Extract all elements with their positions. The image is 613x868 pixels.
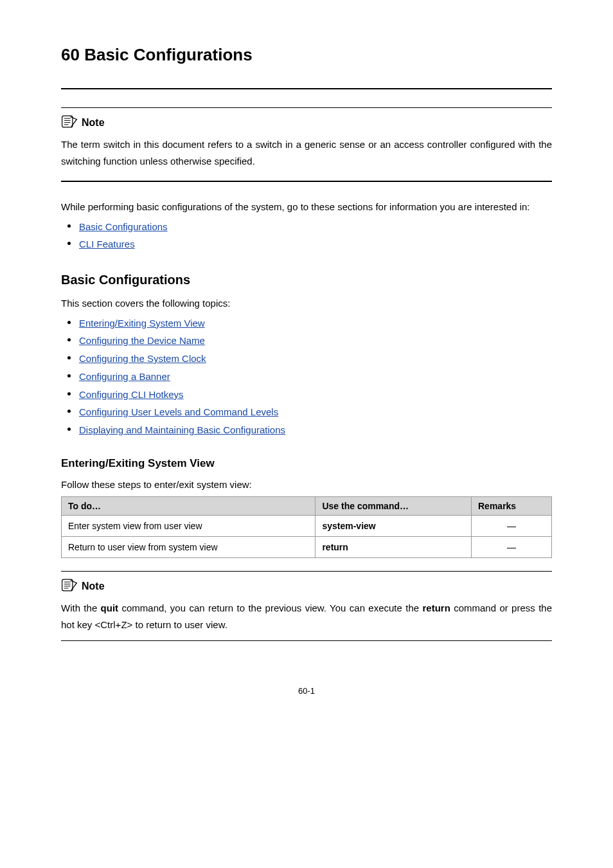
- intro-lead: While performing basic configurations of…: [61, 199, 552, 215]
- table-header-row: To do… Use the command… Remarks: [62, 497, 552, 516]
- divider: [61, 107, 552, 108]
- link-system-clock[interactable]: Configuring the System Clock: [79, 353, 206, 364]
- list-item: Configuring CLI Hotkeys: [61, 386, 552, 404]
- chapter-title: Basic Configurations: [84, 45, 252, 64]
- note2-mid: command, you can return to the previous …: [118, 602, 422, 613]
- cell-command: system-view: [315, 516, 472, 537]
- link-user-levels[interactable]: Configuring User Levels and Command Leve…: [79, 406, 278, 417]
- cell-command: return: [315, 537, 472, 558]
- chapter-number: 60: [61, 45, 80, 64]
- note-callout-header: Note: [61, 114, 552, 131]
- note-icon: [61, 114, 78, 131]
- section-lead: This section covers the following topics…: [61, 295, 552, 312]
- cell-remarks: —: [472, 516, 552, 537]
- note2-prefix: With the: [61, 602, 101, 613]
- section-heading: Basic Configurations: [61, 273, 552, 287]
- note-label: Note: [82, 117, 105, 129]
- list-item: Basic Configurations: [61, 218, 552, 236]
- list-item: Configuring a Banner: [61, 368, 552, 386]
- list-item: Configuring the Device Name: [61, 332, 552, 350]
- link-enter-exit[interactable]: Entering/Exiting System View: [79, 318, 205, 329]
- table-row: Return to user view from system view ret…: [62, 537, 552, 558]
- link-device-name[interactable]: Configuring the Device Name: [79, 335, 205, 346]
- link-basic-config[interactable]: Basic Configurations: [79, 221, 168, 232]
- subsection-heading: Entering/Exiting System View: [61, 457, 552, 470]
- cell-todo: Enter system view from user view: [62, 516, 315, 537]
- link-cli-features[interactable]: CLI Features: [79, 239, 135, 249]
- list-item: Configuring User Levels and Command Leve…: [61, 403, 552, 421]
- note-callout-header: Note: [61, 578, 552, 595]
- link-banner[interactable]: Configuring a Banner: [79, 371, 170, 382]
- cell-remarks: —: [472, 537, 552, 558]
- col-command: Use the command…: [315, 497, 472, 516]
- intro-link-list: Basic Configurations CLI Features: [61, 218, 552, 254]
- divider: [61, 571, 552, 572]
- link-cli-hotkeys[interactable]: Configuring CLI Hotkeys: [79, 389, 184, 400]
- note-label: Note: [82, 581, 105, 592]
- divider: [61, 640, 552, 641]
- section-link-list: Entering/Exiting System View Configuring…: [61, 314, 552, 439]
- col-todo: To do…: [62, 497, 315, 516]
- table-row: Enter system view from user view system-…: [62, 516, 552, 537]
- list-item: CLI Features: [61, 235, 552, 253]
- col-remarks: Remarks: [472, 497, 552, 516]
- link-display-maintain[interactable]: Displaying and Maintaining Basic Configu…: [79, 424, 285, 435]
- list-item: Displaying and Maintaining Basic Configu…: [61, 421, 552, 439]
- note-body: With the quit command, you can return to…: [61, 600, 552, 633]
- command-table: To do… Use the command… Remarks Enter sy…: [61, 496, 552, 558]
- note2-cmd-quit: quit: [101, 602, 119, 613]
- cell-todo: Return to user view from system view: [62, 537, 315, 558]
- note2-cmd-return: return: [422, 602, 450, 613]
- list-item: Entering/Exiting System View: [61, 314, 552, 332]
- note-body: The term switch in this document refers …: [61, 136, 552, 169]
- chapter-heading: 60 Basic Configurations: [61, 45, 552, 65]
- subsection-lead: Follow these steps to enter/exit system …: [61, 476, 552, 493]
- page-number: 60-1: [61, 686, 552, 696]
- svg-rect-0: [62, 116, 73, 127]
- svg-rect-6: [62, 579, 73, 591]
- note-icon: [61, 578, 78, 595]
- list-item: Configuring the System Clock: [61, 350, 552, 368]
